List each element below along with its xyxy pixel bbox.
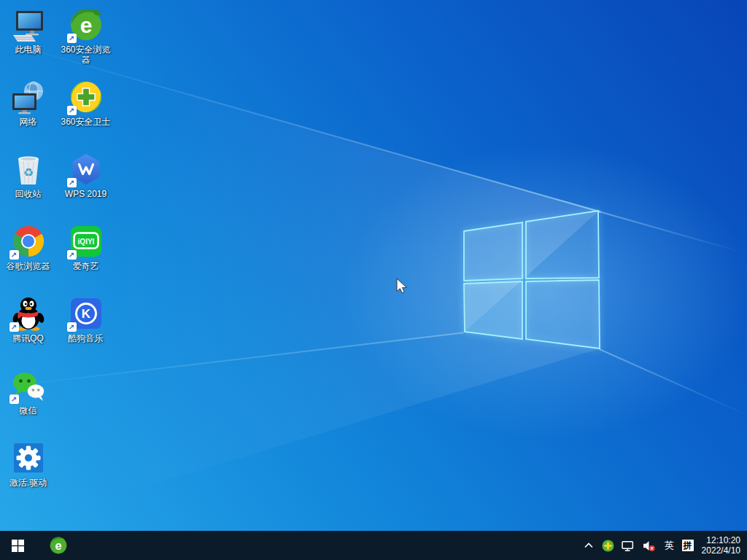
desktop-icon-tencent-qq[interactable]: ↗ 腾讯QQ <box>0 296 56 343</box>
tencent-qq-icon: ↗ <box>11 296 46 331</box>
shortcut-arrow-icon: ↗ <box>9 250 19 260</box>
desktop-icon-label: 网络 <box>0 117 56 127</box>
desktop-icon-activate-driver[interactable]: 激活.驱动 <box>0 440 56 488</box>
desktop-icon-label: 谷歌浏览器 <box>0 261 56 271</box>
desktop-icon-label: 回收站 <box>0 189 56 199</box>
desktop-icon-recycle-bin[interactable]: ♻ 回收站 <box>0 152 56 199</box>
windows-flag-icon <box>12 540 24 552</box>
desktop-icon-this-pc[interactable]: 此电脑 <box>0 7 56 55</box>
desktop-icon-label: 微信 <box>0 405 56 416</box>
desktop-icon-label: 酷狗音乐 <box>58 333 114 343</box>
this-pc-icon <box>11 7 46 42</box>
shortcut-arrow-icon: ↗ <box>67 250 77 260</box>
taskbar-clock[interactable]: 12:10:20 2022/4/10 <box>702 535 740 556</box>
desktop-icon-label: 此电脑 <box>0 44 56 55</box>
taskbar-360-browser-button[interactable]: e <box>41 531 76 560</box>
desktop-icon-label: 爱奇艺 <box>58 261 114 271</box>
desktop-icon-wps-2019[interactable]: ↗ WPS 2019 <box>58 152 114 199</box>
taskbar-left: e <box>0 531 76 560</box>
shortcut-arrow-icon: ↗ <box>9 394 19 404</box>
desktop-icon-label: 360安全卫士 <box>58 117 114 127</box>
svg-text:e: e <box>80 13 92 37</box>
kugou-music-icon: K ↗ <box>69 296 104 331</box>
desktop-icon-360-safeguard[interactable]: ↗ 360安全卫士 <box>58 79 114 127</box>
network-icon <box>11 79 46 114</box>
desktop-icon-iqiyi[interactable]: iQIYI ↗ 爱奇艺 <box>58 224 114 271</box>
desktop-icon-label: 腾讯QQ <box>0 333 56 343</box>
clock-date: 2022/4/10 <box>702 545 740 556</box>
wallpaper-ray <box>598 211 743 253</box>
svg-text:e: e <box>55 539 61 552</box>
desktop-icon-google-chrome[interactable]: ↗ 谷歌浏览器 <box>0 224 56 271</box>
shortcut-arrow-icon: ↗ <box>67 34 77 43</box>
desktop-icon-label: WPS 2019 <box>58 189 114 199</box>
svg-text:K: K <box>81 307 90 321</box>
desktop-icon-kugou-music[interactable]: K ↗ 酷狗音乐 <box>58 296 114 343</box>
ime-language-indicator[interactable]: 英 <box>662 531 677 560</box>
gear-icon <box>11 440 46 475</box>
ime-mode-indicator[interactable]: 拼 <box>682 531 694 560</box>
iqiyi-icon: iQIYI ↗ <box>69 224 104 259</box>
tray-network-icon[interactable] <box>620 531 636 560</box>
360-browser-icon: e <box>49 536 68 555</box>
tray-360-security-icon[interactable] <box>601 531 615 560</box>
clock-time: 12:10:20 <box>702 535 740 546</box>
shortcut-arrow-icon: ↗ <box>67 178 77 187</box>
wechat-icon: ↗ <box>11 368 46 403</box>
wallpaper-glow <box>285 102 747 481</box>
shortcut-arrow-icon: ↗ <box>9 322 19 332</box>
desktop-background[interactable]: 此电脑 e ↗ 360安全浏览器 <box>0 0 747 531</box>
shortcut-arrow-icon: ↗ <box>67 106 77 115</box>
tray-volume-muted-icon[interactable] <box>641 531 657 560</box>
svg-text:♻: ♻ <box>23 166 33 179</box>
desktop-icon-network[interactable]: 网络 <box>0 79 56 127</box>
google-chrome-icon: ↗ <box>11 224 46 259</box>
start-button[interactable] <box>0 531 35 560</box>
wps-2019-icon: ↗ <box>69 152 104 187</box>
system-tray: 英 拼 12:10:20 2022/4/10 <box>581 531 747 560</box>
ime-mode-glyph: 拼 <box>682 540 694 551</box>
360-safeguard-icon: ↗ <box>69 79 104 114</box>
shortcut-arrow-icon: ↗ <box>67 322 77 332</box>
taskbar: e 英 拼 <box>0 531 747 560</box>
desktop-icon-label: 激活.驱动 <box>0 478 56 488</box>
recycle-bin-icon: ♻ <box>11 152 46 187</box>
360-browser-icon: e ↗ <box>69 7 104 42</box>
desktop-icon-wechat[interactable]: ↗ 微信 <box>0 368 56 416</box>
wallpaper-ray <box>599 349 747 416</box>
mouse-cursor <box>396 278 409 295</box>
desktop-icon-360-browser[interactable]: e ↗ 360安全浏览器 <box>58 7 114 65</box>
svg-text:iQIYI: iQIYI <box>77 238 94 246</box>
desktop-icon-label: 360安全浏览器 <box>58 44 114 65</box>
tray-chevron-up-icon[interactable] <box>581 531 596 560</box>
